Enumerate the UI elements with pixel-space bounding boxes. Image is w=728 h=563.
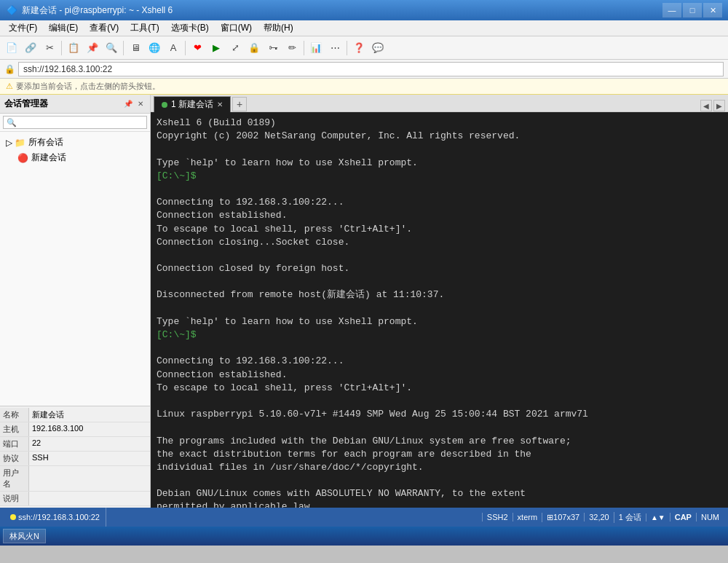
menu-view[interactable]: 查看(V) (84, 20, 124, 36)
session-info: 名称 新建会话 主机 192.168.3.100 端口 22 协议 SSH 用户… (0, 406, 150, 508)
term-blank-3 (157, 249, 722, 262)
toolbar-connect[interactable]: 🖥 (127, 39, 144, 57)
term-blank-7 (157, 395, 722, 408)
folder-icon: ▷ 📁 (6, 138, 25, 148)
term-prompt-1: [C:\~]$ (157, 170, 722, 183)
sidebar-tree: ▷ 📁 所有会话 🔴 新建会话 (0, 132, 150, 406)
minimize-button[interactable]: — (662, 3, 681, 17)
tab-status-dot (162, 102, 167, 108)
scroll-down-button[interactable]: ▼ (658, 513, 665, 521)
toolbar-btn2[interactable]: 🔗 (22, 39, 39, 57)
window-title: 新建会话 - pi@raspberrypi: ~ - Xshell 6 (22, 4, 662, 17)
info-label-protocol: 协议 (0, 452, 29, 465)
status-terminal: xterm (513, 513, 542, 521)
new-tab-button[interactable]: + (232, 97, 247, 111)
term-line-14: Linux raspberrypi 5.10.60-v7l+ #1449 SMP… (157, 408, 722, 421)
toolbar-monitor[interactable]: 📊 (307, 39, 325, 57)
toolbar-edit2[interactable]: ✏ (283, 39, 301, 57)
status-sessions: 1 会话 (614, 512, 646, 523)
toolbar-btn3[interactable]: ✂ (41, 39, 58, 57)
terminal-label: xterm (518, 513, 538, 521)
toolbar-key[interactable]: 🗝 (264, 39, 282, 57)
term-blank-4 (157, 275, 722, 288)
toolbar-chat[interactable]: 💬 (369, 39, 387, 57)
sidebar: 会话管理器 📌 ✕ ▷ 📁 所有会话 🔴 新建会话 名称 新建会话 (0, 95, 151, 508)
term-line-19: permitted by applicable law. (157, 500, 722, 508)
scroll-up-button[interactable]: ▲ (651, 513, 658, 521)
tip-bar: 要添加当前会话，点击左侧的箭头按钮。 (0, 79, 728, 95)
term-line-9: Disconnected from remote host(新建会话) at 1… (157, 288, 722, 302)
term-blank-6 (157, 342, 722, 355)
tree-item-new-session[interactable]: 🔴 新建会话 (0, 150, 150, 165)
tree-label-new: 新建会话 (31, 151, 66, 164)
info-row-username: 用户名 (0, 466, 150, 492)
menu-tabs[interactable]: 选项卡(B) (165, 20, 215, 36)
menu-window[interactable]: 窗口(W) (215, 20, 258, 36)
term-line-11: Connecting to 192.168.3.100:22... (157, 355, 722, 368)
toolbar-new-session[interactable]: 📄 (3, 39, 20, 57)
info-row-desc: 说明 (0, 492, 150, 506)
close-button[interactable]: ✕ (703, 3, 722, 17)
menu-file[interactable]: 文件(F) (3, 20, 43, 36)
toolbar-more[interactable]: ⋯ (326, 39, 344, 57)
term-line-7: Connection closing...Socket close. (157, 236, 722, 249)
status-bar: ssh://192.168.3.100:22 SSH2 xterm ⊞ 107x… (0, 508, 728, 527)
info-row-name: 名称 新建会话 (0, 408, 150, 422)
toolbar-paste[interactable]: 📌 (84, 39, 101, 57)
info-value-name: 新建会话 (29, 408, 150, 422)
menu-help[interactable]: 帮助(H) (258, 20, 299, 36)
size-label: 107x37 (553, 513, 579, 521)
sidebar-header-icons: 📌 ✕ (123, 99, 146, 109)
maximize-button[interactable]: □ (683, 3, 702, 17)
tab-prev-button[interactable]: ◀ (700, 100, 712, 111)
address-input[interactable] (18, 62, 724, 76)
status-num: NUM (696, 513, 724, 521)
menu-bar: 文件(F) 编辑(E) 查看(V) 工具(T) 选项卡(B) 窗口(W) 帮助(… (0, 20, 728, 36)
term-line-5: Connection established. (157, 209, 722, 222)
sidebar-title: 会话管理器 (4, 98, 48, 110)
size-icon: ⊞ (547, 513, 553, 522)
term-line-15: The programs included with the Debian GN… (157, 435, 722, 448)
tab-nav: ◀ ▶ (700, 100, 725, 111)
protocol-label: SSH2 (487, 513, 508, 521)
toolbar-green[interactable]: ▶ (207, 39, 225, 57)
info-label-username: 用户名 (0, 466, 29, 491)
tab-new-session[interactable]: 1 新建会话 ✕ (154, 96, 231, 112)
toolbar-help[interactable]: ❓ (350, 39, 368, 57)
toolbar-lock[interactable]: 🔒 (245, 39, 263, 57)
toolbar-red[interactable]: ❤ (189, 39, 206, 57)
tip-text: 要添加当前会话，点击左侧的箭头按钮。 (16, 81, 160, 92)
taskbar-label-1: 林风火N (9, 531, 39, 542)
menu-tools[interactable]: 工具(T) (124, 20, 165, 36)
toolbar-arrows[interactable]: ⤢ (226, 39, 244, 57)
term-line-8: Connection closed by foreign host. (157, 262, 722, 275)
term-blank-8 (157, 421, 722, 434)
sidebar-search-input[interactable] (3, 116, 147, 129)
term-line-1: Xshell 6 (Build 0189) (157, 117, 722, 130)
info-row-port: 端口 22 (0, 437, 150, 452)
toolbar-globe[interactable]: 🌐 (146, 39, 163, 57)
menu-edit[interactable]: 编辑(E) (43, 20, 84, 36)
tree-item-all-sessions[interactable]: ▷ 📁 所有会话 (0, 135, 150, 150)
toolbar: 📄 🔗 ✂ 📋 📌 🔍 🖥 🌐 A ❤ ▶ ⤢ 🔒 🗝 ✏ 📊 ⋯ ❓ 💬 (0, 36, 728, 60)
toolbar-font[interactable]: A (165, 39, 182, 57)
term-line-6: To escape to local shell, press 'Ctrl+Al… (157, 223, 722, 236)
info-row-protocol: 协议 SSH (0, 452, 150, 466)
sidebar-pin-button[interactable]: 📌 (123, 99, 133, 109)
tab-close-button[interactable]: ✕ (217, 101, 223, 109)
term-line-12: Connection established. (157, 369, 722, 382)
info-row-host: 主机 192.168.3.100 (0, 422, 150, 437)
tab-next-button[interactable]: ▶ (713, 100, 725, 111)
info-label-port: 端口 (0, 437, 29, 451)
term-line-2: Copyright (c) 2002 NetSarang Computer, I… (157, 130, 722, 143)
terminal[interactable]: Xshell 6 (Build 0189) Copyright (c) 2002… (151, 112, 728, 508)
sidebar-close-button[interactable]: ✕ (135, 99, 146, 109)
info-value-protocol: SSH (29, 452, 150, 465)
window-controls: — □ ✕ (662, 3, 722, 17)
tree-label-all: 所有会话 (28, 136, 63, 149)
toolbar-copy[interactable]: 📋 (65, 39, 82, 57)
status-connection: ssh://192.168.3.100:22 (10, 513, 100, 521)
taskbar-item-1[interactable]: 林风火N (3, 529, 46, 543)
term-line-3: Type `help' to learn how to use Xshell p… (157, 157, 722, 170)
toolbar-find[interactable]: 🔍 (103, 39, 120, 57)
